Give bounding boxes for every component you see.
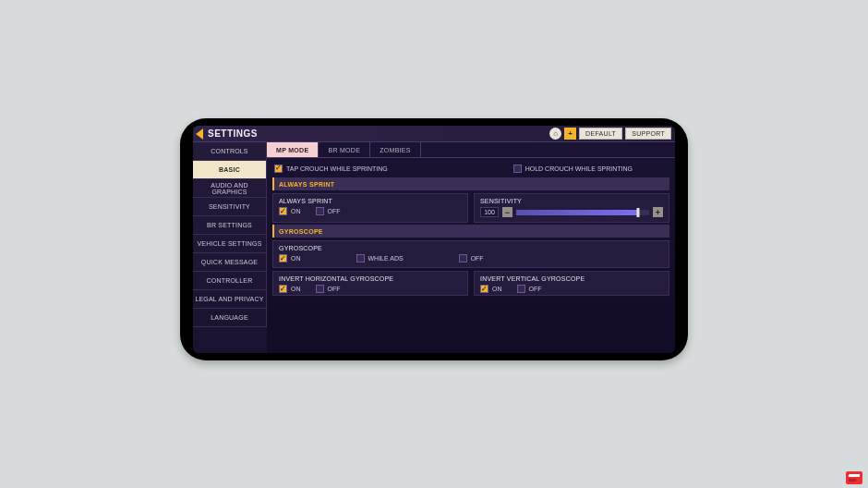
sensitivity-slider[interactable] — [516, 210, 649, 215]
invert-v-off[interactable]: OFF — [517, 285, 542, 293]
tab-mp-mode[interactable]: MP MODE — [267, 142, 319, 157]
default-label: DEFAULT — [585, 130, 616, 137]
tab-label: MP MODE — [276, 147, 308, 153]
sensitivity-plus-button[interactable]: + — [653, 207, 663, 217]
plus-icon: + — [656, 208, 660, 217]
always-sprint-row: ALWAYS SPRINT ON OFF — [272, 193, 669, 223]
invert-h-on[interactable]: ON — [279, 285, 301, 293]
checkbox-icon — [279, 207, 287, 215]
sidebar-item-label: AUDIO AND GRAPHICS — [195, 182, 264, 195]
slider-thumb — [637, 208, 640, 217]
sidebar-item-vehicle-settings[interactable]: VEHICLE SETTINGS — [193, 235, 267, 253]
sidebar-item-basic[interactable]: BASIC — [193, 161, 267, 179]
sidebar-item-label: BR SETTINGS — [207, 222, 252, 228]
sidebar-item-label: LANGUAGE — [211, 314, 248, 321]
section-header-gyroscope: GYROSCOPE — [272, 225, 669, 238]
gyroscope-while-ads[interactable]: WHILE ADS — [356, 254, 404, 262]
gyroscope-off[interactable]: OFF — [459, 254, 484, 262]
app-screen: SETTINGS ⌂ + DEFAULT SUPPORT CONTROLS BA… — [193, 126, 675, 353]
phone-frame: SETTINGS ⌂ + DEFAULT SUPPORT CONTROLS BA… — [180, 118, 688, 360]
checkbox-icon — [279, 285, 287, 293]
checkbox-icon — [459, 254, 467, 262]
section-header-label: ALWAYS SPRINT — [279, 181, 334, 188]
back-icon[interactable] — [196, 128, 203, 140]
content-area: MP MODE BR MODE ZOMBIES TAP CROUCH WHILE… — [267, 142, 675, 353]
sidebar-item-language[interactable]: LANGUAGE — [193, 309, 267, 327]
invert-vertical-panel: INVERT VERTICAL GYROSCOPE ON OFF — [474, 271, 669, 296]
checkbox-icon — [480, 285, 488, 293]
panel-title: ALWAYS SPRINT — [279, 198, 462, 204]
plus-icon: + — [568, 129, 573, 138]
sensitivity-value: 100 — [480, 207, 499, 217]
checkbox-icon — [517, 285, 525, 293]
sidebar-item-controls[interactable]: CONTROLS — [193, 142, 267, 161]
always-sprint-on[interactable]: ON — [279, 207, 301, 215]
always-sprint-off[interactable]: OFF — [316, 207, 341, 215]
section-header-always-sprint: ALWAYS SPRINT — [272, 177, 669, 190]
tap-crouch-checkbox[interactable]: TAP CROUCH WHILE SPRINTING — [274, 165, 388, 173]
sidebar-item-label: QUICK MESSAGE — [201, 259, 258, 265]
checkbox-icon — [513, 165, 522, 173]
tab-label: BR MODE — [328, 147, 360, 153]
option-label: OFF — [471, 255, 484, 262]
sensitivity-panel: SENSITIVITY 100 − + — [474, 193, 669, 223]
panel-title: INVERT HORIZONTAL GYROSCOPE — [279, 275, 462, 282]
slider-fill — [516, 210, 638, 215]
checkbox-label: TAP CROUCH WHILE SPRINTING — [286, 165, 388, 172]
sidebar-item-sensitivity[interactable]: SENSITIVITY — [193, 198, 267, 216]
home-icon: ⌂ — [553, 129, 558, 138]
main-area: CONTROLS BASIC AUDIO AND GRAPHICS SENSIT… — [193, 142, 675, 353]
settings-scroll[interactable]: TAP CROUCH WHILE SPRINTING HOLD CROUCH W… — [267, 158, 675, 353]
panel-title: SENSITIVITY — [480, 198, 663, 204]
option-label: WHILE ADS — [368, 255, 404, 262]
sidebar-item-label: SENSITIVITY — [209, 203, 250, 210]
option-label: OFF — [328, 286, 341, 292]
hold-crouch-checkbox[interactable]: HOLD CROUCH WHILE SPRINTING — [513, 165, 633, 173]
section-header-label: GYROSCOPE — [279, 228, 323, 235]
panel-title: INVERT VERTICAL GYROSCOPE — [480, 275, 663, 282]
page-title: SETTINGS — [208, 128, 547, 139]
option-label: OFF — [328, 208, 341, 214]
header-bar: SETTINGS ⌂ + DEFAULT SUPPORT — [193, 126, 675, 142]
home-button[interactable]: ⌂ — [549, 128, 561, 140]
sidebar-item-br-settings[interactable]: BR SETTINGS — [193, 216, 267, 235]
checkbox-label: HOLD CROUCH WHILE SPRINTING — [525, 165, 633, 172]
sidebar-item-legal-privacy[interactable]: LEGAL AND PRIVACY — [193, 290, 267, 309]
sidebar: CONTROLS BASIC AUDIO AND GRAPHICS SENSIT… — [193, 142, 267, 353]
sidebar-item-label: CONTROLS — [211, 148, 248, 154]
sidebar-item-label: LEGAL AND PRIVACY — [195, 296, 263, 302]
option-label: ON — [291, 208, 301, 214]
checkbox-icon — [316, 285, 324, 293]
sidebar-item-quick-message[interactable]: QUICK MESSAGE — [193, 253, 267, 272]
invert-h-off[interactable]: OFF — [316, 285, 341, 293]
option-label: OFF — [529, 286, 542, 292]
gyroscope-on[interactable]: ON — [279, 254, 301, 262]
tab-zombies[interactable]: ZOMBIES — [370, 142, 421, 157]
crouch-row: TAP CROUCH WHILE SPRINTING HOLD CROUCH W… — [272, 161, 669, 176]
sidebar-item-audio-graphics[interactable]: AUDIO AND GRAPHICS — [193, 179, 267, 198]
tab-label: ZOMBIES — [380, 147, 411, 153]
option-label: ON — [291, 286, 301, 292]
checkbox-icon — [274, 165, 283, 173]
sidebar-item-label: BASIC — [219, 166, 240, 173]
add-button[interactable]: + — [564, 128, 576, 140]
always-sprint-panel: ALWAYS SPRINT ON OFF — [272, 193, 468, 223]
option-label: ON — [492, 286, 502, 292]
checkbox-icon — [279, 254, 287, 262]
panel-title: GYROSCOPE — [279, 245, 663, 251]
option-label: ON — [291, 255, 301, 262]
mode-tabs: MP MODE BR MODE ZOMBIES — [267, 142, 675, 158]
invert-horizontal-panel: INVERT HORIZONTAL GYROSCOPE ON OFF — [272, 271, 468, 296]
gyroscope-panel: GYROSCOPE ON WHILE ADS — [272, 240, 669, 268]
sensitivity-minus-button[interactable]: − — [502, 207, 512, 217]
support-button[interactable]: SUPPORT — [625, 128, 671, 140]
tab-br-mode[interactable]: BR MODE — [319, 142, 370, 157]
support-label: SUPPORT — [632, 130, 665, 137]
default-button[interactable]: DEFAULT — [579, 128, 622, 140]
invert-v-on[interactable]: ON — [480, 285, 502, 293]
checkbox-icon — [316, 207, 324, 215]
minus-icon: − — [505, 208, 510, 217]
sidebar-item-controller[interactable]: CONTROLLER — [193, 272, 267, 290]
invert-gyro-row: INVERT HORIZONTAL GYROSCOPE ON OFF — [272, 271, 669, 296]
checkbox-icon — [356, 254, 365, 262]
